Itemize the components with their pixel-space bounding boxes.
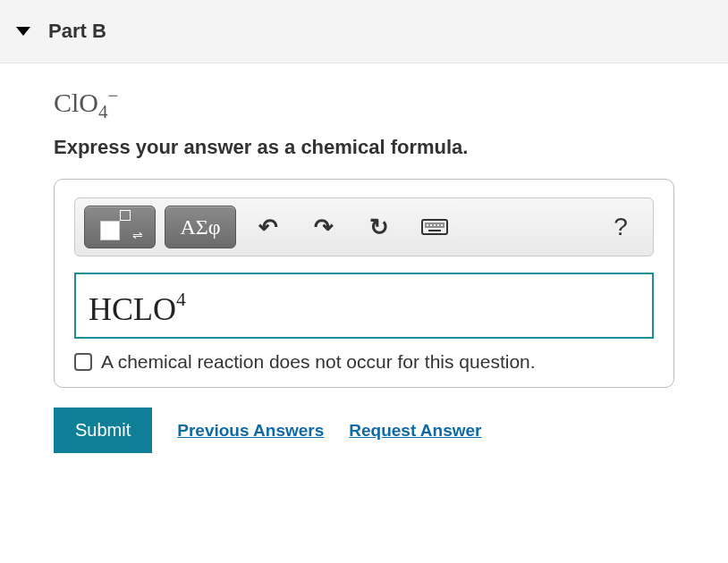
collapse-caret-icon[interactable] bbox=[16, 27, 30, 36]
answer-value-base: HCLO bbox=[89, 290, 176, 328]
formula-toolbar: ⇌ ΑΣφ ↶ ↷ ↻ ? bbox=[74, 197, 654, 256]
answer-panel: ⇌ ΑΣφ ↶ ↷ ↻ ? HCLO4 bbox=[54, 179, 674, 388]
help-icon: ? bbox=[614, 213, 628, 241]
greek-label: ΑΣφ bbox=[180, 215, 220, 239]
formula-subscript: 4 bbox=[98, 101, 108, 122]
previous-answers-link[interactable]: Previous Answers bbox=[177, 421, 324, 441]
greek-button[interactable]: ΑΣφ bbox=[165, 206, 236, 248]
help-button[interactable]: ? bbox=[597, 206, 644, 248]
instruction-text: Express your answer as a chemical formul… bbox=[54, 136, 674, 159]
keyboard-button[interactable] bbox=[411, 206, 458, 248]
no-reaction-checkbox[interactable] bbox=[74, 353, 92, 371]
undo-icon: ↶ bbox=[258, 214, 278, 241]
redo-button[interactable]: ↷ bbox=[301, 206, 347, 248]
question-formula: ClO4− bbox=[54, 85, 674, 123]
action-row: Submit Previous Answers Request Answer bbox=[54, 408, 674, 453]
formula-base: ClO bbox=[54, 88, 98, 117]
request-answer-link[interactable]: Request Answer bbox=[349, 421, 481, 441]
template-button[interactable]: ⇌ bbox=[84, 206, 156, 248]
formula-superscript: − bbox=[108, 85, 119, 106]
undo-button[interactable]: ↶ bbox=[245, 206, 292, 248]
submit-button[interactable]: Submit bbox=[54, 408, 152, 453]
reset-icon: ↻ bbox=[369, 214, 389, 241]
redo-icon: ↷ bbox=[314, 214, 334, 241]
no-reaction-label: A chemical reaction does not occur for t… bbox=[101, 351, 536, 373]
content-area: ClO4− Express your answer as a chemical … bbox=[0, 63, 728, 471]
part-header[interactable]: Part B bbox=[0, 0, 728, 63]
no-reaction-row: A chemical reaction does not occur for t… bbox=[74, 351, 654, 373]
keyboard-icon bbox=[421, 219, 448, 235]
template-icon: ⇌ bbox=[100, 214, 140, 240]
reset-button[interactable]: ↻ bbox=[356, 206, 402, 248]
answer-value-sup: 4 bbox=[176, 289, 186, 311]
part-title: Part B bbox=[48, 20, 106, 43]
answer-input[interactable]: HCLO4 bbox=[74, 273, 654, 339]
